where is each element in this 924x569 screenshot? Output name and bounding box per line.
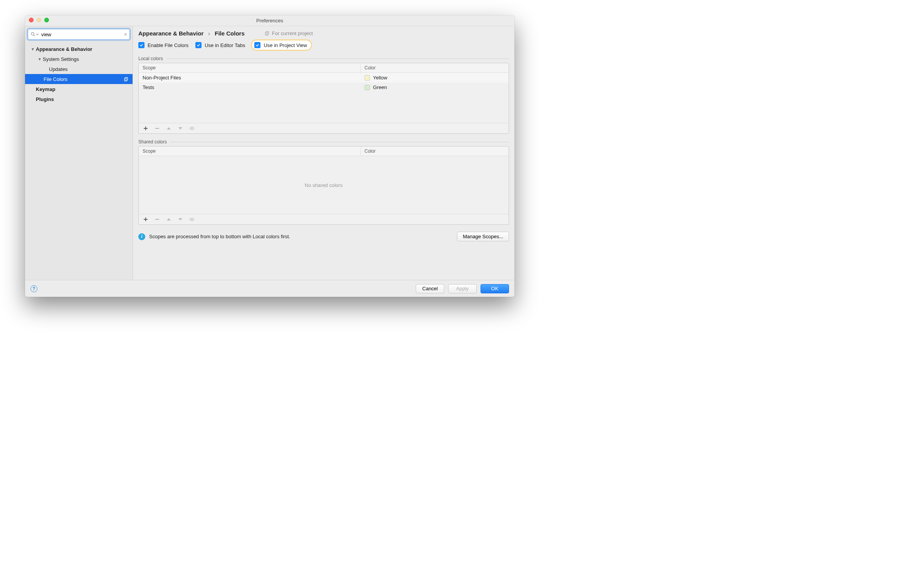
- use-in-editor-tabs-checkbox[interactable]: Use in Editor Tabs: [195, 42, 245, 48]
- cell-scope: Tests: [139, 82, 361, 92]
- local-colors-table: Scope Color Non-Project Files Yellow Tes…: [138, 63, 509, 134]
- manage-scopes-button[interactable]: Manage Scopes...: [457, 232, 509, 241]
- chevron-down-icon: ▼: [37, 57, 42, 61]
- sidebar-item-label: System Settings: [43, 56, 79, 62]
- svg-point-0: [31, 32, 34, 35]
- sidebar-item-plugins[interactable]: Plugins: [25, 94, 133, 104]
- cell-scope: Non-Project Files: [139, 73, 361, 82]
- window-controls: [29, 18, 49, 22]
- info-text: Scopes are processed from top to bottom …: [149, 234, 290, 239]
- info-row: i Scopes are processed from top to botto…: [133, 228, 514, 245]
- close-window-icon[interactable]: [29, 18, 34, 22]
- cell-color: Yellow: [361, 73, 509, 82]
- svg-rect-5: [265, 32, 268, 35]
- svg-rect-3: [124, 78, 127, 81]
- project-scope-icon: [265, 31, 270, 36]
- project-scope-icon: [124, 77, 129, 82]
- checkbox-label: Enable File Colors: [148, 42, 188, 48]
- zoom-window-icon[interactable]: [44, 18, 49, 22]
- local-colors-toolbar: [139, 123, 509, 133]
- remove-icon[interactable]: [154, 215, 160, 224]
- move-down-icon[interactable]: [177, 215, 183, 224]
- minimize-window-icon: [37, 18, 41, 22]
- unshare-icon[interactable]: [189, 215, 195, 224]
- svg-rect-2: [125, 77, 128, 80]
- sidebar: × ▼ Appearance & Behavior ▼ System Setti…: [25, 26, 133, 280]
- sidebar-item-keymap[interactable]: Keymap: [25, 84, 133, 94]
- search-input[interactable]: [39, 32, 124, 37]
- chevron-right-icon: ›: [208, 30, 210, 37]
- column-scope[interactable]: Scope: [139, 146, 361, 156]
- apply-button[interactable]: Apply: [448, 284, 477, 293]
- breadcrumb-leaf: File Colors: [215, 30, 245, 37]
- project-scope-hint: For current project: [265, 30, 313, 36]
- column-color[interactable]: Color: [361, 146, 509, 156]
- sidebar-item-updates[interactable]: Updates: [25, 64, 133, 74]
- search-field[interactable]: ×: [28, 29, 130, 40]
- checkbox-label: Use in Editor Tabs: [205, 42, 245, 48]
- checkbox-label: Use in Project View: [264, 42, 307, 48]
- sidebar-item-label: File Colors: [44, 76, 67, 82]
- chevron-down-icon: ▼: [30, 47, 35, 51]
- table-row[interactable]: Tests Green: [139, 82, 509, 92]
- sidebar-item-file-colors[interactable]: File Colors: [25, 74, 133, 84]
- share-icon[interactable]: [189, 124, 195, 133]
- move-down-icon[interactable]: [177, 124, 183, 133]
- ok-button[interactable]: OK: [480, 284, 509, 293]
- shared-colors-empty: No shared colors: [139, 156, 509, 214]
- use-in-project-view-checkbox[interactable]: Use in Project View: [252, 40, 311, 50]
- move-up-icon[interactable]: [166, 124, 172, 133]
- svg-line-1: [34, 35, 35, 36]
- sidebar-item-system-settings[interactable]: ▼ System Settings: [25, 54, 133, 64]
- local-colors-label: Local colors: [133, 54, 514, 63]
- sidebar-item-label: Updates: [49, 66, 67, 72]
- enable-file-colors-checkbox[interactable]: Enable File Colors: [138, 42, 188, 48]
- shared-colors-label: Shared colors: [133, 137, 514, 146]
- sidebar-item-label: Keymap: [36, 86, 55, 92]
- sidebar-item-label: Plugins: [36, 96, 54, 102]
- shared-colors-toolbar: [139, 214, 509, 224]
- settings-tree: ▼ Appearance & Behavior ▼ System Setting…: [25, 42, 133, 280]
- shared-colors-table: Scope Color No shared colors: [138, 146, 509, 225]
- cell-color: Green: [361, 82, 509, 92]
- titlebar: Preferences: [25, 15, 514, 26]
- dialog-footer: ? Cancel Apply OK: [25, 280, 514, 297]
- window-title: Preferences: [256, 18, 283, 24]
- sidebar-item-label: Appearance & Behavior: [36, 46, 92, 52]
- svg-point-7: [191, 219, 193, 220]
- help-icon[interactable]: ?: [30, 285, 37, 292]
- chevron-down-icon[interactable]: [36, 33, 39, 36]
- info-icon: i: [138, 233, 145, 240]
- column-color[interactable]: Color: [361, 63, 509, 72]
- remove-icon[interactable]: [154, 124, 160, 133]
- clear-search-icon[interactable]: ×: [124, 31, 127, 37]
- color-swatch-icon: [365, 75, 370, 81]
- table-row[interactable]: Non-Project Files Yellow: [139, 73, 509, 82]
- add-icon[interactable]: [143, 215, 149, 224]
- move-up-icon[interactable]: [166, 215, 172, 224]
- main-panel: Appearance & Behavior › File Colors For …: [133, 26, 514, 280]
- breadcrumb: Appearance & Behavior › File Colors For …: [133, 26, 514, 39]
- cancel-button[interactable]: Cancel: [416, 284, 444, 293]
- svg-point-6: [191, 128, 193, 129]
- color-swatch-icon: [365, 85, 370, 90]
- svg-rect-4: [266, 32, 269, 35]
- preferences-window: Preferences × ▼ Appearance & Behavior ▼: [25, 15, 514, 297]
- options-row: Enable File Colors Use in Editor Tabs Us…: [133, 39, 514, 54]
- breadcrumb-root: Appearance & Behavior: [138, 30, 203, 37]
- column-scope[interactable]: Scope: [139, 63, 361, 72]
- search-icon: [30, 32, 36, 37]
- add-icon[interactable]: [143, 124, 149, 133]
- sidebar-item-appearance-behavior[interactable]: ▼ Appearance & Behavior: [25, 44, 133, 54]
